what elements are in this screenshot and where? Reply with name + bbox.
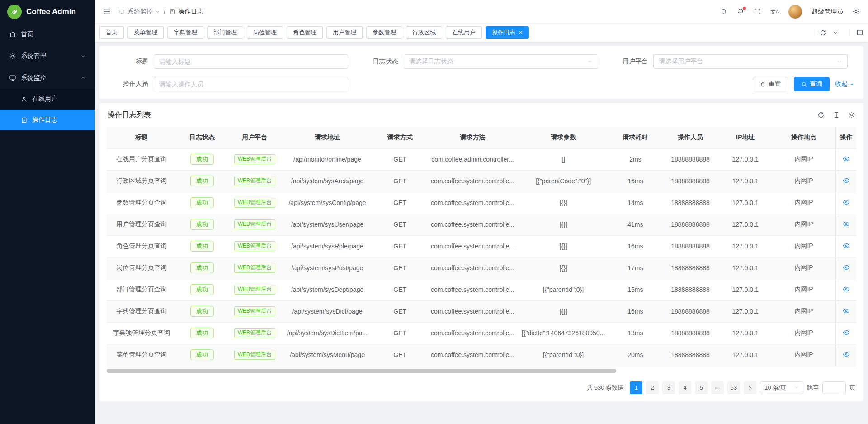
card-tools (817, 111, 855, 119)
cell-operator: 18888888888 (662, 344, 718, 366)
translate-icon[interactable]: 文A (770, 9, 779, 14)
app-logo: Coffee Admin (0, 0, 95, 24)
tab-label: 部门管理 (213, 29, 237, 37)
column-settings-gear-icon[interactable] (848, 111, 855, 119)
cell-platform: WEB管理后台 (227, 344, 282, 366)
bell-icon[interactable] (737, 8, 745, 15)
view-detail-eye-icon[interactable] (843, 242, 850, 249)
view-detail-eye-icon[interactable] (843, 329, 850, 336)
density-icon[interactable] (833, 111, 840, 119)
title-input-field[interactable] (159, 58, 343, 65)
tab[interactable]: 行政区域 (406, 26, 442, 39)
operator-input-field[interactable] (159, 81, 343, 88)
tab[interactable]: 角色管理 (287, 26, 323, 39)
chevron-down-icon (837, 59, 842, 64)
cell-ip: 127.0.0.1 (719, 170, 772, 192)
tab[interactable]: 操作日志✕ (486, 26, 529, 39)
filter-label: 用户平台 (606, 57, 653, 66)
settings-gear-icon[interactable] (852, 8, 860, 15)
platform-badge: WEB管理后台 (234, 350, 275, 360)
fullscreen-icon[interactable] (754, 8, 761, 15)
view-detail-eye-icon[interactable] (843, 155, 850, 162)
refresh-icon[interactable] (820, 29, 826, 36)
filter-field-user-platform: 用户平台 请选择用户平台 (606, 54, 856, 69)
jump-to-page: 跳至 页 (807, 381, 855, 394)
sidebar-item-system-management[interactable]: 系统管理 (0, 45, 95, 67)
cell-title: 参数管理分页查询 (107, 192, 176, 214)
page-button[interactable]: 5 (695, 381, 708, 394)
title-input[interactable] (154, 54, 348, 69)
tabbar: 首页菜单管理字典管理部门管理岗位管理角色管理用户管理参数管理行政区域在线用户操作… (95, 24, 868, 42)
cell-status: 成功 (176, 192, 227, 214)
page-button[interactable]: 53 (727, 381, 740, 394)
collapse-filter-link[interactable]: 收起 (835, 80, 854, 88)
scrollbar-thumb[interactable] (107, 369, 616, 373)
horizontal-scrollbar[interactable] (107, 369, 856, 374)
tab[interactable]: 部门管理 (207, 26, 243, 39)
table-row: 参数管理分页查询成功WEB管理后台/api/system/sysConfig/p… (107, 192, 856, 214)
tab[interactable]: 用户管理 (326, 26, 363, 39)
sidebar-item-online-users[interactable]: 在线用户 (0, 89, 95, 110)
tab[interactable]: 字典管理 (167, 26, 203, 39)
sidebar-item-home[interactable]: 首页 (0, 24, 95, 45)
tab[interactable]: 岗位管理 (247, 26, 283, 39)
reset-button[interactable]: 重置 (753, 77, 788, 91)
view-detail-eye-icon[interactable] (843, 177, 850, 184)
cell-location: 内网IP (772, 279, 836, 300)
operator-input[interactable] (154, 77, 348, 91)
chevron-down-icon[interactable] (833, 30, 839, 36)
page-button[interactable]: 3 (662, 381, 675, 394)
search-icon[interactable] (720, 8, 728, 15)
breadcrumb-label: 操作日志 (178, 8, 203, 16)
avatar[interactable] (788, 5, 802, 19)
page-button[interactable]: 1 (630, 381, 642, 394)
search-button[interactable]: 查询 (794, 77, 830, 91)
tab[interactable]: 在线用户 (446, 26, 482, 39)
page-button[interactable]: 4 (679, 381, 691, 394)
tab-label: 操作日志 (492, 29, 515, 37)
jump-unit: 页 (849, 384, 855, 392)
cell-action (836, 279, 856, 300)
view-detail-eye-icon[interactable] (843, 199, 850, 206)
tab-label: 在线用户 (452, 29, 476, 37)
layout-icon[interactable] (849, 29, 863, 36)
cell-handler: com.coffee.system.controlle... (427, 214, 518, 235)
cell-handler: com.coffee.system.controlle... (427, 257, 518, 279)
platform-badge: WEB管理后台 (234, 285, 275, 295)
page-ellipsis[interactable]: ··· (711, 381, 724, 394)
refresh-icon[interactable] (817, 111, 825, 119)
page-button[interactable]: 2 (646, 381, 659, 394)
total-count: 共 530 条数据 (587, 384, 623, 392)
tab-close-icon[interactable]: ✕ (519, 30, 523, 35)
view-detail-eye-icon[interactable] (843, 286, 850, 293)
cell-operator: 18888888888 (662, 214, 718, 235)
breadcrumb-item-monitor[interactable]: 系统监控 (118, 8, 160, 16)
cell-handler: com.coffee.system.controlle... (427, 235, 518, 257)
table-row: 字典管理分页查询成功WEB管理后台/api/system/sysDict/pag… (107, 300, 856, 322)
view-detail-eye-icon[interactable] (843, 307, 850, 314)
cell-time: 14ms (609, 192, 662, 214)
cell-ip: 127.0.0.1 (719, 148, 772, 170)
sidebar-item-system-monitor[interactable]: 系统监控 (0, 67, 95, 89)
monitor-icon (118, 9, 125, 15)
cell-params: [{}] (518, 192, 609, 214)
tab[interactable]: 菜单管理 (127, 26, 164, 39)
sidebar-item-operation-log[interactable]: 操作日志 (0, 110, 95, 130)
tab[interactable]: 首页 (99, 26, 124, 39)
cell-time: 2ms (609, 148, 662, 170)
view-detail-eye-icon[interactable] (843, 264, 850, 271)
user-platform-select[interactable]: 请选择用户平台 (653, 54, 848, 69)
table-row: 部门管理分页查询成功WEB管理后台/api/system/sysDept/pag… (107, 279, 856, 300)
view-detail-eye-icon[interactable] (843, 351, 850, 358)
collapse-sidebar-icon[interactable] (103, 8, 111, 16)
next-page-button[interactable] (744, 381, 756, 394)
jump-page-input[interactable] (822, 381, 846, 394)
filter-actions: 重置 查询 收起 (357, 77, 856, 91)
search-icon (801, 81, 807, 87)
tab[interactable]: 参数管理 (366, 26, 402, 39)
log-table-wrap: 标题日志状态用户平台请求地址请求方式请求方法请求参数请求耗时操作人员IP地址操作… (99, 127, 863, 366)
page-size-select[interactable]: 10 条/页 (760, 381, 803, 394)
cell-time: 20ms (609, 344, 662, 366)
view-detail-eye-icon[interactable] (843, 220, 850, 228)
log-status-select[interactable]: 请选择日志状态 (404, 54, 598, 69)
